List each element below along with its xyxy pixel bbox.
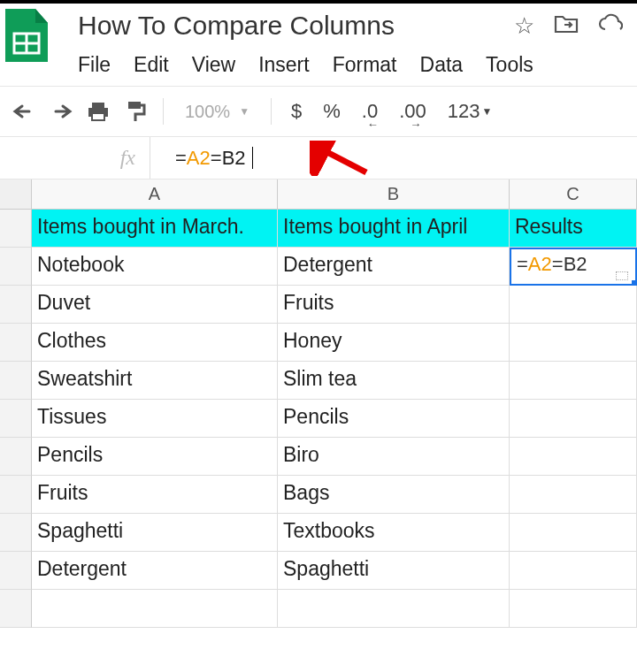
menu-tools[interactable]: Tools [486, 53, 533, 77]
redo-button[interactable] [46, 96, 76, 126]
row-header[interactable] [0, 362, 32, 400]
menu-bar: File Edit View Insert Format Data Tools [74, 42, 628, 86]
active-cell[interactable]: =A2=B2 [510, 248, 637, 286]
cell[interactable] [510, 438, 637, 476]
table-row: Fruits Bags [0, 476, 637, 514]
cell[interactable]: Bags [278, 476, 510, 514]
document-title[interactable]: How To Compare Columns [74, 9, 398, 42]
cell[interactable] [510, 324, 637, 362]
cell[interactable]: Results [510, 210, 637, 248]
cell[interactable]: Detergent [32, 552, 278, 590]
cell[interactable]: Textbooks [278, 514, 510, 552]
row-header[interactable] [0, 248, 32, 286]
increase-decimal-button[interactable]: .00 → [399, 100, 426, 123]
spreadsheet-grid[interactable]: A B C Items bought in March. Items bough… [0, 179, 637, 628]
cell[interactable]: Slim tea [278, 362, 510, 400]
cell[interactable] [278, 590, 510, 628]
svg-line-7 [318, 148, 366, 172]
cell[interactable]: Sweatshirt [32, 362, 278, 400]
chevron-down-icon: ▼ [239, 105, 249, 118]
formula-input[interactable]: =A2=B2 [150, 147, 253, 170]
cell[interactable]: Fruits [32, 476, 278, 514]
column-header-a[interactable]: A [32, 179, 278, 209]
row-header[interactable] [0, 438, 32, 476]
undo-button[interactable] [9, 96, 39, 126]
table-row: Pencils Biro [0, 438, 637, 476]
menu-format[interactable]: Format [333, 53, 397, 77]
header-area: How To Compare Columns ☆ File Edit View … [0, 4, 637, 86]
cell[interactable] [510, 514, 637, 552]
cell[interactable]: Duvet [32, 286, 278, 324]
cell[interactable]: Pencils [278, 400, 510, 438]
row-header[interactable] [0, 552, 32, 590]
cell[interactable]: Spaghetti [278, 552, 510, 590]
column-headers: A B C [0, 179, 637, 210]
cell[interactable]: Pencils [32, 438, 278, 476]
print-button[interactable] [83, 96, 113, 126]
cell[interactable] [510, 400, 637, 438]
svg-rect-5 [92, 113, 104, 120]
cell[interactable] [510, 552, 637, 590]
separator [163, 98, 164, 125]
format-currency-button[interactable]: $ [291, 100, 302, 123]
cell[interactable]: Spaghetti [32, 514, 278, 552]
number-format-dropdown[interactable]: 123 ▼ [448, 100, 493, 123]
chevron-down-icon: ▼ [482, 105, 493, 118]
column-header-c[interactable]: C [510, 179, 637, 209]
separator [271, 98, 272, 125]
decrease-decimal-button[interactable]: .0 ← [362, 100, 378, 123]
table-row: Spaghetti Textbooks [0, 514, 637, 552]
cell[interactable] [510, 590, 637, 628]
row-header[interactable] [0, 590, 32, 628]
formula-hint-icon [616, 271, 628, 280]
menu-view[interactable]: View [192, 53, 235, 77]
row-header[interactable] [0, 286, 32, 324]
table-row [0, 590, 637, 628]
cell[interactable]: Fruits [278, 286, 510, 324]
menu-edit[interactable]: Edit [134, 53, 169, 77]
table-row: Sweatshirt Slim tea [0, 362, 637, 400]
cell[interactable]: Honey [278, 324, 510, 362]
fx-label: fx [0, 137, 150, 179]
cell[interactable]: Clothes [32, 324, 278, 362]
column-header-b[interactable]: B [278, 179, 510, 209]
cell[interactable]: Detergent [278, 248, 510, 286]
annotation-arrow [310, 141, 372, 176]
svg-rect-3 [92, 103, 104, 108]
paint-format-button[interactable] [120, 96, 150, 126]
cell[interactable] [510, 362, 637, 400]
select-all-corner[interactable] [0, 179, 32, 209]
menu-insert[interactable]: Insert [258, 53, 310, 77]
row-header[interactable] [0, 210, 32, 248]
cell[interactable]: Items bought in April [278, 210, 510, 248]
table-row: Tissues Pencils [0, 400, 637, 438]
cell[interactable]: Biro [278, 438, 510, 476]
cell[interactable]: Notebook [32, 248, 278, 286]
format-percent-button[interactable]: % [323, 100, 341, 123]
toolbar: 100% ▼ $ % .0 ← .00 → 123 ▼ [0, 86, 637, 137]
row-header[interactable] [0, 476, 32, 514]
menu-file[interactable]: File [78, 53, 111, 77]
cell[interactable] [510, 286, 637, 324]
table-row: Items bought in March. Items bought in A… [0, 210, 637, 248]
cell[interactable]: Items bought in March. [32, 210, 278, 248]
star-icon[interactable]: ☆ [514, 12, 534, 40]
row-header[interactable] [0, 400, 32, 438]
svg-rect-6 [128, 102, 141, 109]
row-header[interactable] [0, 514, 32, 552]
move-to-folder-icon[interactable] [554, 13, 579, 38]
cell[interactable] [510, 476, 637, 514]
cloud-status-icon[interactable] [598, 13, 623, 38]
table-row: Duvet Fruits [0, 286, 637, 324]
formula-bar: fx =A2=B2 [0, 137, 637, 179]
zoom-dropdown[interactable]: 100% ▼ [176, 102, 258, 122]
row-header[interactable] [0, 324, 32, 362]
cell[interactable] [32, 590, 278, 628]
table-row: Clothes Honey [0, 324, 637, 362]
menu-data[interactable]: Data [420, 53, 464, 77]
table-row: Detergent Spaghetti [0, 552, 637, 590]
zoom-value: 100% [185, 102, 230, 122]
app-logo-sheets [5, 9, 48, 62]
cell[interactable]: Tissues [32, 400, 278, 438]
table-row: Notebook Detergent =A2=B2 [0, 248, 637, 286]
